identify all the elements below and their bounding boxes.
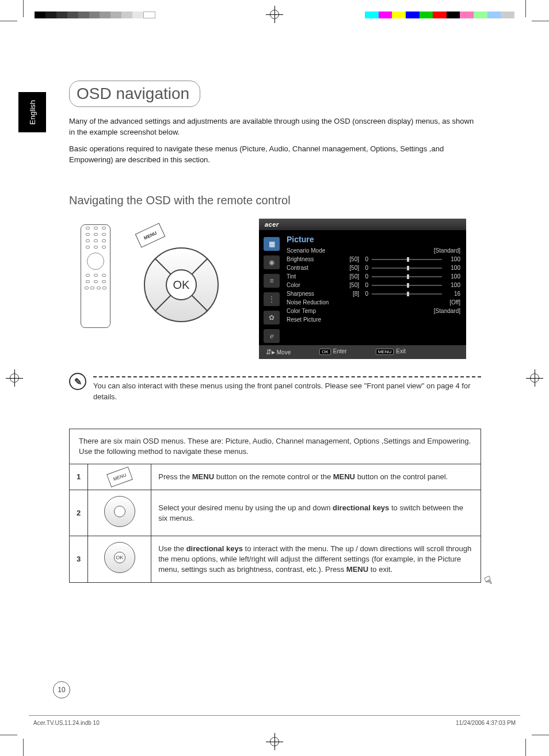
ok-button-label: OK: [166, 269, 197, 300]
step-number: 3: [70, 536, 88, 582]
menu-button-icon: MENU: [106, 467, 133, 487]
registration-mark-icon: [268, 8, 281, 21]
table-row: 1 MENU☟ Press the MENU button on the rem…: [70, 464, 481, 490]
osd-brand: acer: [259, 219, 466, 230]
intro-paragraph-2: Basic operations required to navigate th…: [69, 144, 481, 166]
osd-setting-row: Noise Reduction[Off]: [287, 298, 460, 307]
dashed-divider: [93, 376, 481, 377]
slider-track: [372, 293, 442, 295]
nav-wheel-icon: OK: [144, 247, 219, 322]
osd-setting-row: Brightness[50]0100: [287, 255, 460, 264]
osd-menu-title: Picture: [287, 235, 460, 244]
registration-mark-icon: [268, 735, 281, 748]
slider-track: [372, 268, 442, 269]
footer-timestamp: 11/24/2006 4:37:03 PM: [456, 720, 516, 726]
osd-setting-row: Reset Picture: [287, 315, 460, 324]
hand-icon: ☟: [482, 571, 494, 589]
osd-setting-row: Scenario Mode[Standard]: [287, 246, 460, 255]
osd-hint-exit: MENUExit: [376, 348, 406, 356]
slider-track: [372, 259, 442, 260]
osd-setting-label: Color: [287, 282, 338, 288]
nav-wheel-icon: OK: [104, 542, 135, 573]
registration-mark-icon: [528, 372, 541, 384]
steps-intro: There are six main OSD menus. These are:…: [70, 429, 481, 464]
slider-track: [372, 276, 442, 277]
step-text: Use the directional keys to interact wit…: [151, 536, 481, 582]
osd-setting-label: Sharpness: [287, 291, 338, 297]
osd-setting-row: Color Temp[Standard]: [287, 307, 460, 315]
step-text: Select your desired menu by using the up…: [151, 490, 481, 536]
step-number: 2: [70, 490, 88, 536]
intro-paragraph-1: Many of the advanced settings and adjust…: [69, 116, 481, 138]
osd-footer: ⇵▸ Move OKEnter MENUExit: [259, 345, 466, 359]
slider-track: [372, 285, 442, 286]
osd-setting-row: Contrast[50]0100: [287, 264, 460, 272]
osd-setting-label: Scenario Mode: [287, 247, 338, 254]
language-label: English: [28, 100, 37, 125]
footer-rule: [29, 715, 520, 716]
registration-mark-icon: [8, 372, 21, 384]
footer-filename: Acer.TV.US.11.24.indb 10: [33, 720, 100, 726]
osd-tab-column: ▦ ◉ ≡ ⋮ ✿ ℯ: [264, 234, 281, 343]
empowering-tab-icon: ℯ: [264, 329, 280, 343]
step-icon: MENU☟: [88, 464, 151, 490]
menu-button-callout: MENU: [135, 223, 166, 248]
table-row: 3 OK☟ Use the directional keys to intera…: [70, 536, 481, 582]
picture-tab-icon: ▦: [264, 237, 280, 251]
table-row: 2 ☟ Select your desired menu by using th…: [70, 490, 481, 536]
step-number: 1: [70, 464, 88, 490]
osd-setting-row: Tint[50]0100: [287, 272, 460, 281]
audio-tab-icon: ◉: [264, 255, 280, 269]
note-icon: ✎: [69, 373, 86, 390]
step-icon: OK☟: [88, 536, 151, 582]
steps-table: There are six main OSD menus. These are:…: [69, 429, 481, 583]
osd-setting-row: Color[50]0100: [287, 281, 460, 289]
options-tab-icon: ⋮: [264, 292, 280, 306]
page-number: 10: [53, 681, 70, 698]
osd-setting-label: Reset Picture: [287, 316, 338, 323]
remote-control-icon: [81, 224, 110, 328]
osd-screenshot: acer ▦ ◉ ≡ ⋮ ✿ ℯ Picture Scenario Mode[S…: [259, 219, 466, 359]
step-icon: ☟: [88, 490, 151, 536]
osd-hint-enter: OKEnter: [319, 348, 346, 356]
osd-hint-move: ⇵▸ Move: [266, 348, 291, 356]
settings-tab-icon: ✿: [264, 311, 280, 324]
note-text: You can also interact with these menus u…: [93, 381, 481, 402]
page-title: OSD navigation: [69, 81, 200, 107]
osd-setting-label: Contrast: [287, 265, 338, 271]
step-text: Press the MENU button on the remote cont…: [151, 464, 481, 490]
osd-setting-label: Color Temp: [287, 308, 338, 314]
remote-illustration: MENU OK: [69, 219, 242, 339]
section-heading: Navigating the OSD with the remote contr…: [69, 194, 481, 207]
osd-setting-label: Noise Reduction: [287, 299, 338, 306]
nav-wheel-icon: [104, 496, 135, 527]
osd-setting-label: Brightness: [287, 256, 338, 262]
osd-setting-label: Tint: [287, 273, 338, 280]
channel-tab-icon: ≡: [264, 274, 280, 288]
note-block: ✎ You can also interact with these menus…: [69, 376, 481, 402]
osd-setting-row: Sharpness[8]016: [287, 289, 460, 298]
language-tab: English: [18, 92, 46, 132]
